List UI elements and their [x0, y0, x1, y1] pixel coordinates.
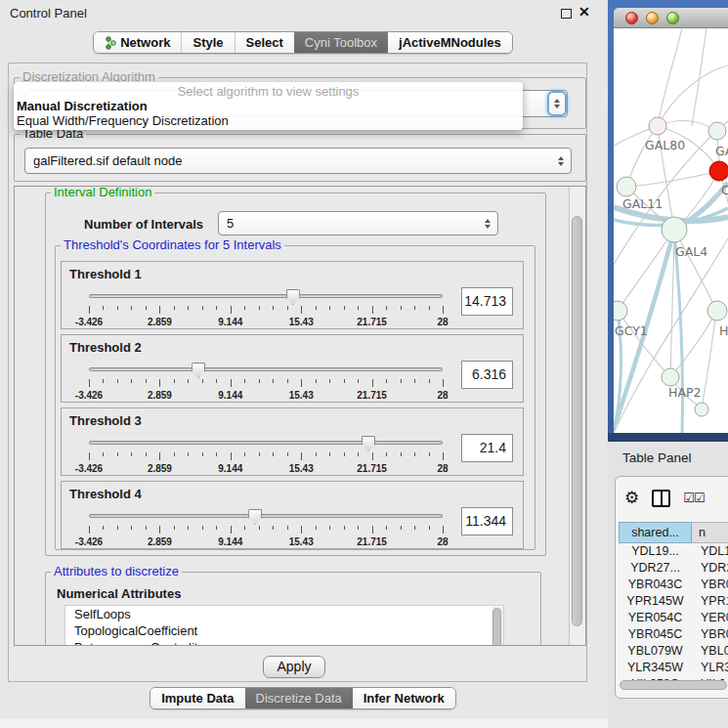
- threshold-1-slider[interactable]: -3.4262.8599.14415.4321.71528: [89, 286, 443, 327]
- attribute-list-item[interactable]: BetweennessCentrality: [65, 639, 503, 646]
- table-row[interactable]: YPR145WYPR1: [619, 593, 728, 610]
- network-node-gcy1[interactable]: [614, 301, 627, 321]
- cell-shared-name[interactable]: YLR345W: [619, 660, 692, 676]
- cell-shared-name[interactable]: YER054C: [619, 610, 692, 626]
- cell-name[interactable]: YPR1: [692, 593, 728, 610]
- network-canvas[interactable]: GAL80GACGAL11GAL4GCY1HHAP2: [614, 28, 728, 433]
- settings-panel-scrollbar[interactable]: [569, 187, 585, 645]
- dropdown-option-equal-width[interactable]: Equal Width/Frequency Discretization: [17, 113, 229, 128]
- threshold-4-value-field[interactable]: 11.344: [461, 507, 513, 535]
- node-label: C: [721, 183, 728, 197]
- slider-thumb[interactable]: [192, 363, 205, 378]
- tab-cyni-toolbox[interactable]: Cyni Toolbox: [294, 32, 388, 53]
- threshold-4-slider[interactable]: -3.4262.8599.14415.4321.71528: [89, 506, 443, 547]
- number-of-intervals-combobox[interactable]: 5: [218, 211, 498, 236]
- checkbox-filter-icons[interactable]: ☑☑: [683, 491, 704, 505]
- scrollbar-thumb[interactable]: [492, 608, 501, 646]
- network-node[interactable]: [695, 403, 708, 416]
- attributes-list-scrollbar[interactable]: [492, 607, 503, 646]
- column-header-name[interactable]: n: [692, 522, 728, 543]
- cell-shared-name[interactable]: YBL079W: [619, 643, 692, 660]
- network-node-ga[interactable]: [708, 122, 726, 140]
- cell-name[interactable]: YER0: [692, 610, 728, 626]
- column-layout-icon[interactable]: [652, 490, 670, 507]
- threshold-2-slider[interactable]: -3.4262.8599.14415.4321.71528: [89, 360, 443, 401]
- attributes-legend: Attributes to discretize: [51, 565, 182, 578]
- slider-track[interactable]: [89, 441, 443, 445]
- tab-jactivemnodules[interactable]: jActiveMNodules: [388, 32, 512, 53]
- cell-shared-name[interactable]: YPR145W: [619, 593, 692, 610]
- tab-select[interactable]: Select: [235, 32, 294, 53]
- network-node-gal4[interactable]: [662, 217, 687, 242]
- dropdown-option-manual-discretization[interactable]: Manual Discretization: [17, 99, 148, 113]
- minor-tick: [358, 379, 359, 383]
- table-row[interactable]: YBR043CYBR0: [619, 577, 728, 593]
- cell-name[interactable]: YDR2: [692, 560, 728, 577]
- cell-name[interactable]: YBL0: [692, 643, 728, 660]
- dropdown-placeholder-option[interactable]: Select algorithm to view settings: [14, 84, 523, 99]
- table-horizontal-scrollbar[interactable]: [620, 680, 727, 690]
- network-window-titlebar[interactable]: [614, 8, 728, 28]
- tab-style[interactable]: Style: [181, 32, 234, 53]
- minimize-window-icon[interactable]: [646, 12, 659, 24]
- table-row[interactable]: YDL19...YDL1: [619, 543, 728, 560]
- table-data-combobox-arrows[interactable]: [551, 156, 571, 166]
- close-panel-icon[interactable]: ✕: [578, 4, 590, 20]
- slider-scale: -3.4262.8599.14415.4321.71528: [89, 463, 443, 474]
- threshold-3-value-field[interactable]: 21.4: [461, 434, 513, 462]
- network-node-h[interactable]: [707, 301, 727, 321]
- cell-name[interactable]: YBR0: [692, 577, 728, 593]
- gear-icon[interactable]: ⚙: [624, 490, 639, 506]
- attribute-list-item[interactable]: SelfLoops: [65, 606, 503, 622]
- minor-tick: [244, 306, 245, 310]
- network-view-window[interactable]: GAL80GACGAL11GAL4GCY1HHAP2: [608, 0, 728, 442]
- threshold-4-label: Threshold 4: [69, 487, 142, 501]
- zoom-window-icon[interactable]: [666, 12, 679, 24]
- tab-discretize-data[interactable]: Discretize Data: [245, 688, 353, 708]
- table-row[interactable]: YDR27...YDR2: [619, 560, 728, 577]
- slider-thumb[interactable]: [286, 289, 300, 305]
- minor-tick: [188, 306, 189, 310]
- cell-name[interactable]: YLR3: [692, 660, 728, 676]
- minor-tick: [244, 452, 245, 456]
- number-of-intervals-arrows[interactable]: [478, 219, 497, 229]
- scrollbar-thumb[interactable]: [572, 216, 582, 626]
- minor-tick: [259, 526, 260, 530]
- table-row[interactable]: YBL079WYBL0: [619, 643, 728, 660]
- float-panel-icon[interactable]: [561, 9, 572, 19]
- tab-impute-data[interactable]: Impute Data: [150, 688, 244, 708]
- cell-shared-name[interactable]: YDR27...: [619, 560, 692, 577]
- algorithm-combobox-arrows[interactable]: [547, 91, 567, 116]
- table-row[interactable]: YLR345WYLR3: [619, 660, 728, 676]
- attribute-list-item[interactable]: TopologicalCoefficient: [65, 622, 503, 639]
- cell-shared-name[interactable]: YDL19...: [619, 543, 692, 560]
- numerical-attributes-list[interactable]: SelfLoopsTopologicalCoefficientBetweenne…: [64, 605, 504, 646]
- network-node-gal80[interactable]: [649, 117, 666, 135]
- bottom-strip: [0, 719, 608, 728]
- apply-button[interactable]: Apply: [263, 656, 325, 678]
- tick-label: 28: [437, 317, 448, 327]
- slider-track[interactable]: [89, 294, 443, 298]
- threshold-2-value-field[interactable]: 6.316: [461, 361, 513, 389]
- table-data-combobox[interactable]: galFiltered.sif default node: [24, 148, 572, 174]
- slider-thumb[interactable]: [362, 436, 375, 451]
- threshold-1-value-field[interactable]: 14.713: [461, 287, 513, 316]
- cell-shared-name[interactable]: YBR043C: [619, 577, 692, 593]
- slider-track[interactable]: [89, 367, 443, 371]
- network-node-hap2[interactable]: [662, 368, 679, 386]
- cell-shared-name[interactable]: YBR045C: [619, 626, 692, 643]
- cell-name[interactable]: YBR0: [692, 626, 728, 643]
- threshold-3-slider[interactable]: -3.4262.8599.14415.4321.71528: [89, 433, 443, 474]
- column-header-shared-name[interactable]: shared...: [619, 522, 692, 543]
- close-window-icon[interactable]: [625, 12, 638, 24]
- minor-tick: [414, 306, 415, 310]
- slider-track[interactable]: [89, 514, 443, 518]
- cell-name[interactable]: YDL1: [692, 543, 728, 560]
- network-node-gal11[interactable]: [617, 177, 636, 196]
- table-row[interactable]: YBR045CYBR0: [619, 626, 728, 643]
- table-row[interactable]: YER054CYER0: [619, 610, 728, 626]
- tab-network[interactable]: Network: [94, 32, 181, 53]
- slider-thumb[interactable]: [248, 509, 262, 525]
- network-node-c[interactable]: [709, 161, 728, 181]
- tab-infer-network[interactable]: Infer Network: [353, 688, 455, 708]
